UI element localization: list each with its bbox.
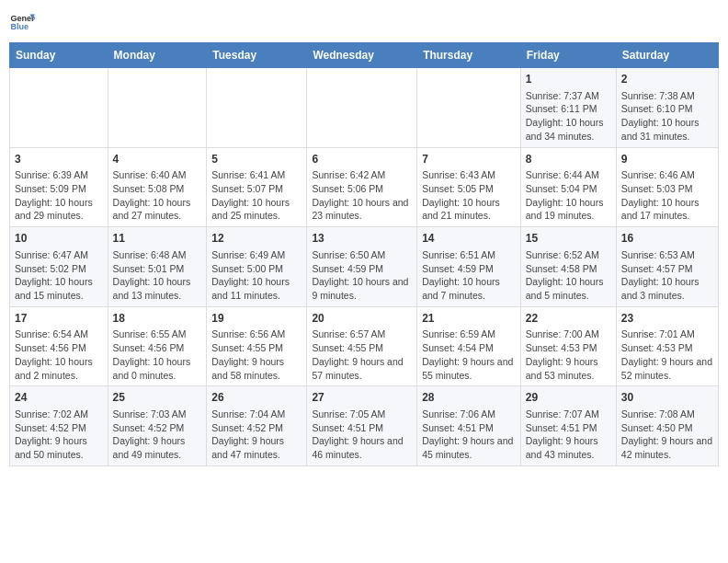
header-cell-sunday: Sunday (10, 43, 108, 68)
day-number: 3 (15, 152, 103, 167)
day-info: Sunrise: 6:52 AMSunset: 4:58 PMDaylight:… (526, 248, 611, 303)
header-cell-friday: Friday (520, 43, 616, 68)
calendar-cell (417, 68, 521, 148)
calendar-table: SundayMondayTuesdayWednesdayThursdayFrid… (9, 42, 719, 466)
day-info: Sunrise: 6:47 AMSunset: 5:02 PMDaylight:… (15, 248, 103, 303)
day-number: 28 (422, 390, 516, 406)
day-number: 1 (526, 72, 611, 87)
day-number: 10 (15, 231, 103, 247)
day-info: Sunrise: 6:40 AMSunset: 5:08 PMDaylight:… (113, 168, 202, 223)
week-row-2: 3Sunrise: 6:39 AMSunset: 5:09 PMDaylight… (10, 147, 719, 227)
calendar-cell: 23Sunrise: 7:01 AMSunset: 4:53 PMDayligh… (616, 306, 718, 386)
day-number: 24 (15, 390, 103, 406)
header-cell-thursday: Thursday (417, 43, 521, 68)
calendar-cell: 22Sunrise: 7:00 AMSunset: 4:53 PMDayligh… (520, 306, 616, 386)
day-info: Sunrise: 7:07 AMSunset: 4:51 PMDaylight:… (526, 408, 611, 462)
day-number: 15 (526, 231, 611, 247)
header-cell-monday: Monday (108, 43, 207, 68)
day-number: 27 (312, 390, 412, 406)
day-info: Sunrise: 7:03 AMSunset: 4:52 PMDaylight:… (113, 408, 202, 462)
day-info: Sunrise: 6:59 AMSunset: 4:54 PMDaylight:… (422, 327, 516, 382)
calendar-cell: 18Sunrise: 6:55 AMSunset: 4:56 PMDayligh… (108, 306, 207, 386)
day-number: 29 (526, 390, 611, 406)
calendar-cell: 26Sunrise: 7:04 AMSunset: 4:52 PMDayligh… (207, 386, 307, 466)
day-info: Sunrise: 7:08 AMSunset: 4:50 PMDaylight:… (621, 408, 713, 462)
day-info: Sunrise: 7:01 AMSunset: 4:53 PMDaylight:… (621, 327, 713, 382)
calendar-body: 1Sunrise: 7:37 AMSunset: 6:11 PMDaylight… (10, 68, 719, 466)
day-number: 8 (526, 152, 611, 167)
day-info: Sunrise: 6:56 AMSunset: 4:55 PMDaylight:… (211, 327, 301, 382)
day-number: 11 (113, 231, 202, 247)
day-info: Sunrise: 6:51 AMSunset: 4:59 PMDaylight:… (422, 248, 516, 303)
day-number: 5 (211, 152, 301, 167)
day-info: Sunrise: 6:57 AMSunset: 4:55 PMDaylight:… (312, 327, 412, 382)
day-number: 12 (211, 231, 301, 247)
calendar-cell: 20Sunrise: 6:57 AMSunset: 4:55 PMDayligh… (307, 306, 417, 386)
week-row-3: 10Sunrise: 6:47 AMSunset: 5:02 PMDayligh… (10, 227, 719, 307)
calendar-cell (307, 68, 417, 148)
day-info: Sunrise: 6:49 AMSunset: 5:00 PMDaylight:… (211, 248, 301, 303)
calendar-cell: 6Sunrise: 6:42 AMSunset: 5:06 PMDaylight… (307, 147, 417, 227)
calendar-cell (108, 68, 207, 148)
header-cell-saturday: Saturday (616, 43, 718, 68)
logo: General Blue (9, 9, 35, 35)
day-number: 7 (422, 152, 516, 167)
day-info: Sunrise: 6:53 AMSunset: 4:57 PMDaylight:… (621, 248, 713, 303)
day-info: Sunrise: 7:02 AMSunset: 4:52 PMDaylight:… (15, 408, 103, 462)
day-number: 19 (211, 311, 301, 327)
day-info: Sunrise: 6:42 AMSunset: 5:06 PMDaylight:… (312, 168, 412, 223)
day-number: 23 (621, 311, 713, 327)
header-cell-tuesday: Tuesday (207, 43, 307, 68)
calendar-cell: 16Sunrise: 6:53 AMSunset: 4:57 PMDayligh… (616, 227, 718, 307)
calendar-cell: 25Sunrise: 7:03 AMSunset: 4:52 PMDayligh… (108, 386, 207, 466)
week-row-1: 1Sunrise: 7:37 AMSunset: 6:11 PMDaylight… (10, 68, 719, 148)
day-info: Sunrise: 6:39 AMSunset: 5:09 PMDaylight:… (15, 168, 103, 223)
day-number: 13 (312, 231, 412, 247)
day-info: Sunrise: 7:05 AMSunset: 4:51 PMDaylight:… (312, 408, 412, 462)
calendar-cell: 8Sunrise: 6:44 AMSunset: 5:04 PMDaylight… (520, 147, 616, 227)
calendar-cell: 27Sunrise: 7:05 AMSunset: 4:51 PMDayligh… (307, 386, 417, 466)
calendar-cell: 24Sunrise: 7:02 AMSunset: 4:52 PMDayligh… (10, 386, 108, 466)
calendar-cell: 12Sunrise: 6:49 AMSunset: 5:00 PMDayligh… (207, 227, 307, 307)
week-row-5: 24Sunrise: 7:02 AMSunset: 4:52 PMDayligh… (10, 386, 719, 466)
calendar-cell: 19Sunrise: 6:56 AMSunset: 4:55 PMDayligh… (207, 306, 307, 386)
svg-text:Blue: Blue (10, 22, 28, 31)
day-info: Sunrise: 7:38 AMSunset: 6:10 PMDaylight:… (621, 89, 713, 144)
calendar-cell: 11Sunrise: 6:48 AMSunset: 5:01 PMDayligh… (108, 227, 207, 307)
day-number: 16 (621, 231, 713, 247)
page-header: General Blue (9, 9, 719, 35)
calendar-cell: 17Sunrise: 6:54 AMSunset: 4:56 PMDayligh… (10, 306, 108, 386)
day-info: Sunrise: 7:04 AMSunset: 4:52 PMDaylight:… (211, 408, 301, 462)
day-info: Sunrise: 7:37 AMSunset: 6:11 PMDaylight:… (526, 89, 611, 144)
calendar-cell: 30Sunrise: 7:08 AMSunset: 4:50 PMDayligh… (616, 386, 718, 466)
day-info: Sunrise: 6:46 AMSunset: 5:03 PMDaylight:… (621, 168, 713, 223)
day-number: 2 (621, 72, 713, 87)
calendar-cell: 1Sunrise: 7:37 AMSunset: 6:11 PMDaylight… (520, 68, 616, 148)
day-number: 9 (621, 152, 713, 167)
day-info: Sunrise: 6:50 AMSunset: 4:59 PMDaylight:… (312, 248, 412, 303)
day-number: 20 (312, 311, 412, 327)
week-row-4: 17Sunrise: 6:54 AMSunset: 4:56 PMDayligh… (10, 306, 719, 386)
calendar-cell: 5Sunrise: 6:41 AMSunset: 5:07 PMDaylight… (207, 147, 307, 227)
calendar-cell: 9Sunrise: 6:46 AMSunset: 5:03 PMDaylight… (616, 147, 718, 227)
day-info: Sunrise: 6:43 AMSunset: 5:05 PMDaylight:… (422, 168, 516, 223)
day-info: Sunrise: 7:00 AMSunset: 4:53 PMDaylight:… (526, 327, 611, 382)
day-info: Sunrise: 6:48 AMSunset: 5:01 PMDaylight:… (113, 248, 202, 303)
day-info: Sunrise: 6:55 AMSunset: 4:56 PMDaylight:… (113, 327, 202, 382)
day-info: Sunrise: 7:06 AMSunset: 4:51 PMDaylight:… (422, 408, 516, 462)
logo-icon: General Blue (9, 9, 35, 35)
day-number: 4 (113, 152, 202, 167)
calendar-cell: 28Sunrise: 7:06 AMSunset: 4:51 PMDayligh… (417, 386, 521, 466)
calendar-cell: 2Sunrise: 7:38 AMSunset: 6:10 PMDaylight… (616, 68, 718, 148)
calendar-cell: 7Sunrise: 6:43 AMSunset: 5:05 PMDaylight… (417, 147, 521, 227)
calendar-cell: 10Sunrise: 6:47 AMSunset: 5:02 PMDayligh… (10, 227, 108, 307)
calendar-cell: 29Sunrise: 7:07 AMSunset: 4:51 PMDayligh… (520, 386, 616, 466)
day-number: 25 (113, 390, 202, 406)
day-number: 30 (621, 390, 713, 406)
calendar-cell: 4Sunrise: 6:40 AMSunset: 5:08 PMDaylight… (108, 147, 207, 227)
day-info: Sunrise: 6:54 AMSunset: 4:56 PMDaylight:… (15, 327, 103, 382)
calendar-cell: 15Sunrise: 6:52 AMSunset: 4:58 PMDayligh… (520, 227, 616, 307)
day-info: Sunrise: 6:41 AMSunset: 5:07 PMDaylight:… (211, 168, 301, 223)
day-number: 17 (15, 311, 103, 327)
calendar-cell: 14Sunrise: 6:51 AMSunset: 4:59 PMDayligh… (417, 227, 521, 307)
